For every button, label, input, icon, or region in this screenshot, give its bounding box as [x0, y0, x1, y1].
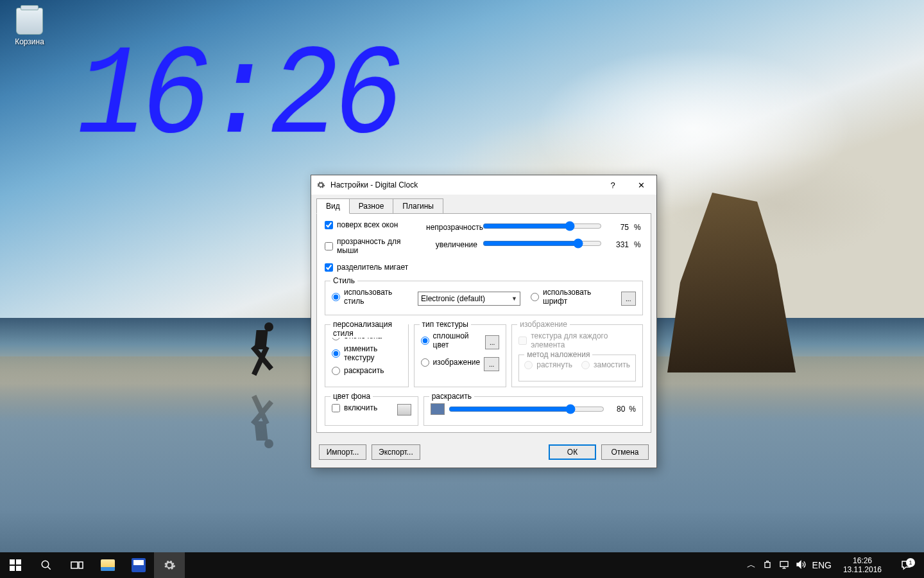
tray-chevron-icon[interactable]: ︿ — [747, 559, 756, 571]
font-browse-button[interactable]: ... — [621, 292, 636, 306]
svg-rect-0 — [10, 559, 15, 565]
dialog-title: Настройки - Digital Clock — [330, 180, 599, 189]
system-tray: ︿ ENG 16:26 13.11.2016 1 — [742, 552, 924, 578]
gear-icon — [163, 559, 176, 572]
svg-rect-1 — [16, 559, 21, 565]
colorize-slider[interactable] — [449, 403, 605, 415]
colorize-group: раскрасить 80 % — [424, 396, 643, 426]
tray-power-icon[interactable] — [762, 559, 773, 572]
personalization-group: персонализация стиля отключена изменить … — [325, 324, 409, 387]
cancel-button[interactable]: Отмена — [601, 444, 649, 460]
style-group: Стиль использовать стиль Electronic (def… — [325, 281, 643, 315]
recycle-bin[interactable]: Корзина — [12, 8, 47, 46]
desktop-clock-widget[interactable]: 16:26 — [77, 26, 398, 170]
radio-stretch: растянуть — [524, 360, 572, 369]
check-texture-per-element: текстура для каждого элемента — [518, 331, 636, 349]
image-group: изображение текстура для каждого элемент… — [511, 324, 643, 387]
svg-rect-7 — [79, 562, 83, 568]
solid-color-button[interactable]: ... — [485, 335, 499, 349]
dialog-titlebar[interactable]: Настройки - Digital Clock ? ✕ — [311, 175, 656, 195]
settings-dialog: Настройки - Digital Clock ? ✕ Вид Разное… — [311, 175, 657, 468]
colorize-value: 80 — [608, 405, 625, 414]
colorize-swatch[interactable] — [431, 403, 445, 415]
desktop[interactable]: Корзина 16:26 Настройки - Digital Clock … — [0, 0, 924, 578]
radio-use-font[interactable]: использовать шрифт — [531, 288, 616, 306]
svg-rect-6 — [71, 562, 78, 568]
search-button[interactable] — [31, 552, 62, 578]
tray-network-icon[interactable] — [779, 559, 789, 572]
folder-icon — [101, 559, 115, 571]
svg-marker-11 — [797, 561, 801, 568]
tab-misc[interactable]: Разное — [349, 198, 394, 213]
recycle-bin-icon — [16, 8, 43, 35]
wallpaper-runner-reflection — [244, 389, 282, 450]
zoom-slider[interactable] — [483, 238, 602, 249]
tray-date: 13.11.2016 — [843, 565, 882, 574]
search-icon — [40, 559, 52, 571]
dialog-buttons: Импорт... Экспорт... ОК Отмена — [311, 439, 656, 468]
radio-personalization-texture[interactable]: изменить текстуру — [332, 344, 402, 362]
opacity-value: 75 — [607, 223, 629, 232]
bg-color-group: цвет фона включить — [325, 396, 418, 426]
gear-icon — [316, 180, 325, 189]
style-legend: Стиль — [330, 276, 357, 285]
task-view-icon — [71, 560, 83, 570]
help-button[interactable]: ? — [599, 176, 627, 194]
windows-icon — [10, 559, 21, 571]
style-combobox[interactable]: Electronic (default) — [418, 292, 520, 306]
check-stay-on-top[interactable]: поверх всех окон — [325, 220, 421, 229]
taskbar: ︿ ENG 16:26 13.11.2016 1 — [0, 552, 924, 578]
opacity-slider[interactable] — [483, 220, 602, 232]
start-button[interactable] — [0, 552, 31, 578]
check-mouse-transparency[interactable]: прозрачность для мыши — [325, 237, 421, 255]
taskbar-app-explorer[interactable] — [92, 552, 123, 578]
tabs: Вид Разное Плагины — [311, 195, 656, 213]
image-browse-button[interactable]: ... — [484, 357, 499, 371]
radio-solid-color[interactable]: сплошной цвет — [421, 331, 482, 349]
texture-type-group: тип текстуры сплошной цвет ... изображен… — [414, 324, 507, 387]
recycle-bin-label: Корзина — [12, 37, 47, 46]
tray-time: 16:26 — [843, 556, 882, 565]
check-bg-enable[interactable]: включить — [332, 403, 377, 412]
svg-line-5 — [47, 566, 51, 570]
taskbar-app-disk[interactable] — [123, 552, 154, 578]
notification-badge: 1 — [906, 558, 915, 567]
bg-color-swatch[interactable] — [397, 404, 411, 416]
close-button[interactable]: ✕ — [627, 176, 655, 194]
check-separator-flash-box[interactable] — [325, 263, 333, 272]
floppy-icon — [132, 558, 146, 572]
svg-rect-3 — [16, 566, 21, 571]
radio-tile: замостить — [581, 360, 630, 369]
zoom-label: увеличение — [426, 240, 477, 249]
radio-use-style[interactable]: использовать стиль — [332, 288, 413, 306]
check-stay-on-top-box[interactable] — [325, 221, 333, 229]
task-view-button[interactable] — [62, 552, 92, 578]
zoom-unit: % — [634, 240, 643, 249]
tray-clock[interactable]: 16:26 13.11.2016 — [838, 556, 887, 575]
svg-point-4 — [42, 561, 49, 568]
opacity-label: непрозрачность — [426, 223, 477, 232]
tab-plugins[interactable]: Плагины — [393, 198, 443, 213]
tab-body-view: поверх всех окон прозрачность для мыши р… — [316, 213, 651, 433]
colorize-unit: % — [629, 405, 636, 414]
wallpaper-runner — [244, 321, 282, 382]
tiling-group: метод наложения растянуть замостить — [518, 355, 636, 381]
check-mouse-transparency-box[interactable] — [325, 242, 333, 250]
tray-notifications[interactable]: 1 — [893, 559, 919, 571]
ok-button[interactable]: ОК — [549, 444, 596, 460]
tray-volume-icon[interactable] — [796, 559, 806, 572]
svg-rect-2 — [10, 566, 15, 571]
export-button[interactable]: Экспорт... — [372, 444, 420, 460]
opacity-unit: % — [634, 223, 643, 232]
tray-language[interactable]: ENG — [812, 560, 832, 570]
import-button[interactable]: Импорт... — [319, 444, 366, 460]
radio-personalization-colorize[interactable]: раскрасить — [332, 366, 402, 375]
svg-rect-8 — [780, 561, 788, 566]
tab-view[interactable]: Вид — [316, 198, 350, 214]
taskbar-app-settings[interactable] — [154, 552, 185, 578]
check-separator-flash[interactable]: разделитель мигает — [325, 263, 421, 272]
zoom-value: 331 — [607, 240, 629, 249]
radio-image-texture[interactable]: изображение — [421, 358, 481, 367]
